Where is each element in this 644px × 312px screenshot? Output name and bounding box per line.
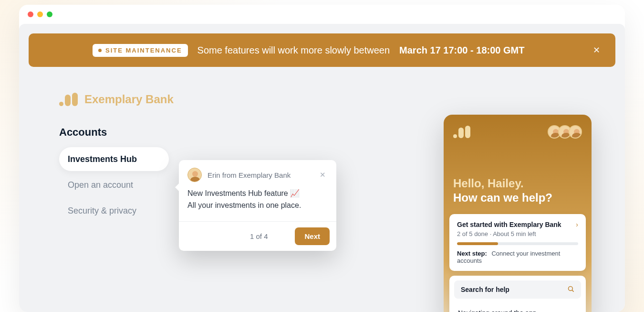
onboarding-progress-fill: [457, 242, 498, 245]
brand: Exemplary Bank: [59, 93, 615, 106]
help-header: [444, 115, 592, 139]
app-body: SITE MAINTENANCE Some features will work…: [19, 24, 625, 312]
banner-close-button[interactable]: ✕: [589, 43, 604, 57]
tour-close-button[interactable]: ✕: [318, 169, 328, 181]
app-window: SITE MAINTENANCE Some features will work…: [19, 5, 625, 312]
maintenance-badge: SITE MAINTENANCE: [93, 44, 188, 57]
onboarding-next-step: Next step: Connect your investment accou…: [457, 250, 578, 264]
close-icon: ✕: [320, 171, 326, 179]
author-avatar: [187, 168, 202, 182]
tour-from-label: Erin from Exemplary Bank: [208, 171, 312, 179]
tour-line-1: New Investments Hub feature 📈: [187, 188, 328, 200]
sidebar-item-label: Security & privacy: [68, 206, 136, 216]
help-article-link[interactable]: Navigating around the app ›: [449, 303, 586, 312]
onboarding-title: Get started with Exemplary Bank: [457, 221, 561, 228]
brand-logo-icon: [59, 93, 78, 106]
product-tour-tooltip: Erin from Exemplary Bank ✕ New Investmen…: [179, 160, 336, 251]
svg-line-1: [572, 290, 573, 291]
chevron-right-icon: ›: [576, 221, 578, 228]
tour-line-2: All your investments in one place.: [187, 200, 328, 212]
maintenance-banner: SITE MAINTENANCE Some features will work…: [29, 33, 615, 67]
sidebar-item-security-privacy[interactable]: Security & privacy: [59, 199, 169, 223]
macos-titlebar: [19, 5, 625, 24]
window-minimize-dot[interactable]: [37, 11, 43, 17]
onboarding-progress-text: 2 of 5 done · About 5 min left: [457, 230, 578, 237]
onboarding-card[interactable]: Get started with Exemplary Bank › 2 of 5…: [449, 214, 586, 271]
onboarding-progress-bar: [457, 242, 578, 245]
maintenance-badge-label: SITE MAINTENANCE: [105, 47, 182, 54]
maintenance-message: Some features will work more slowly betw…: [197, 45, 390, 56]
help-logo-icon: [453, 126, 470, 138]
help-greeting-name: Hello, Hailey.: [453, 177, 582, 190]
sidebar-item-label: Open an account: [68, 180, 133, 190]
tour-header: Erin from Exemplary Bank ✕: [179, 160, 336, 188]
help-widget: Hello, Hailey. How can we help? Get star…: [444, 115, 592, 312]
help-search-placeholder: Search for help: [461, 286, 509, 293]
window-close-dot[interactable]: [28, 11, 33, 17]
sidebar-item-investments-hub[interactable]: Investments Hub: [59, 147, 169, 171]
onboarding-next-label: Next step:: [457, 250, 487, 257]
maintenance-window: March 17 17:00 - 18:00 GMT: [399, 45, 524, 56]
help-article-label: Navigating around the app: [458, 309, 536, 312]
help-greeting: Hello, Hailey. How can we help?: [444, 139, 592, 214]
sidebar-heading: Accounts: [59, 126, 169, 139]
window-zoom-dot[interactable]: [47, 11, 52, 17]
agent-avatars: [551, 125, 582, 139]
tour-next-button[interactable]: Next: [295, 227, 330, 245]
tour-body: New Investments Hub feature 📈 All your i…: [179, 188, 336, 221]
tour-footer: 1 of 4 Next: [179, 221, 336, 251]
sidebar-nav: Accounts Investments Hub Open an account…: [59, 126, 169, 223]
close-icon: ✕: [593, 45, 600, 55]
brand-name: Exemplary Bank: [84, 93, 174, 106]
help-greeting-prompt: How can we help?: [453, 191, 582, 204]
help-search-card: Search for help Navigating around the ap…: [449, 276, 586, 312]
agent-avatar: [569, 125, 582, 139]
sidebar-item-label: Investments Hub: [68, 154, 137, 164]
sidebar-item-open-account[interactable]: Open an account: [59, 173, 169, 197]
search-icon: [567, 285, 574, 294]
chevron-right-icon: ›: [575, 310, 577, 312]
tour-step-indicator: 1 of 4: [223, 232, 295, 240]
help-search-input[interactable]: Search for help: [454, 280, 581, 299]
status-dot-icon: [98, 49, 102, 52]
